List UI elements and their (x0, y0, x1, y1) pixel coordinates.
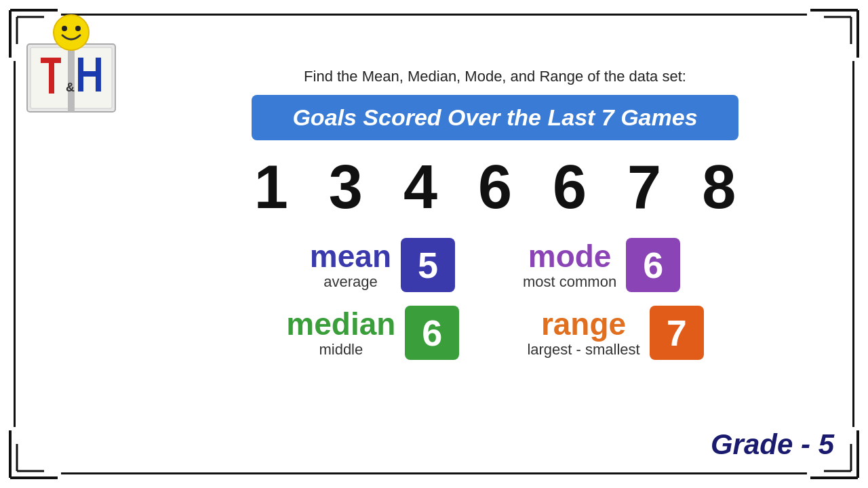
stat-range: range largest - smallest 7 (527, 306, 703, 360)
grade-badge: Grade - 5 (711, 428, 834, 461)
data-number-4: 6 (478, 157, 512, 218)
title-banner-text: Goals Scored Over the Last 7 Games (292, 104, 697, 130)
range-label-group: range largest - smallest (527, 307, 639, 359)
title-banner: Goals Scored Over the Last 7 Games (252, 95, 738, 140)
mean-label-group: mean average (310, 239, 391, 291)
svg-text:&: & (66, 81, 75, 94)
mode-sub: most common (523, 273, 616, 291)
stats-top-row: mean average 5 mode most common 6 (310, 238, 680, 292)
data-number-3: 4 (403, 157, 437, 218)
logo: & (20, 14, 136, 129)
instruction-text: Find the Mean, Median, Mode, and Range o… (304, 68, 686, 85)
mean-value-box: 5 (401, 238, 455, 292)
corner-decoration-tr (807, 7, 861, 61)
stat-mode: mode most common 6 (523, 238, 680, 292)
data-number-7: 8 (702, 157, 736, 218)
svg-point-26 (54, 15, 89, 50)
svg-rect-20 (41, 58, 61, 63)
median-sub: middle (286, 341, 395, 359)
corner-decoration-bl (7, 427, 61, 481)
border-top (61, 14, 807, 16)
border-right (852, 61, 854, 427)
mean-word: mean (310, 239, 391, 274)
mode-word: mode (523, 239, 616, 274)
stat-median: median middle 6 (286, 306, 459, 360)
median-value: 6 (422, 312, 442, 354)
svg-point-28 (75, 26, 81, 31)
mode-value-box: 6 (626, 238, 680, 292)
stats-bottom-row: median middle 6 range largest - smallest… (286, 306, 703, 360)
mean-value: 5 (418, 244, 438, 286)
mean-sub: average (310, 273, 391, 291)
data-number-6: 7 (627, 157, 661, 218)
svg-rect-19 (68, 44, 75, 112)
data-numbers-row: 1 3 4 6 6 7 8 (254, 157, 736, 218)
median-value-box: 6 (405, 306, 459, 360)
stat-mean: mean average 5 (310, 238, 455, 292)
range-value-box: 7 (650, 306, 704, 360)
data-number-5: 6 (553, 157, 587, 218)
grade-text: Grade - 5 (711, 428, 834, 460)
svg-rect-18 (71, 47, 112, 108)
main-content: Find the Mean, Median, Mode, and Range o… (149, 68, 841, 360)
svg-rect-25 (96, 58, 101, 92)
svg-rect-21 (49, 63, 54, 94)
range-sub: largest - smallest (527, 341, 639, 359)
range-word: range (527, 307, 639, 342)
svg-rect-24 (83, 71, 96, 77)
mode-label-group: mode most common (523, 239, 616, 291)
data-number-1: 1 (254, 157, 288, 218)
border-bottom (61, 472, 807, 474)
svg-rect-23 (78, 58, 83, 92)
border-left (14, 61, 16, 427)
median-word: median (286, 307, 395, 342)
svg-point-27 (62, 26, 67, 31)
mode-value: 6 (643, 244, 663, 286)
data-number-2: 3 (329, 157, 363, 218)
median-label-group: median middle (286, 307, 395, 359)
range-value: 7 (667, 312, 687, 354)
